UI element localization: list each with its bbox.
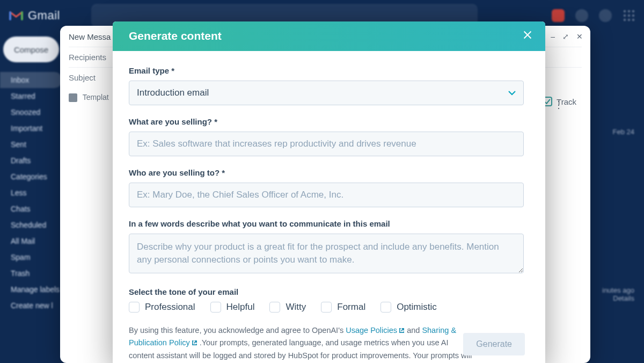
compose-minimize-button[interactable]: – (551, 32, 555, 41)
sidebar-item-manage-labels[interactable]: Manage labels (0, 281, 62, 297)
sidebar-item-create-label[interactable]: Create new l (0, 297, 62, 314)
generate-content-modal: Generate content Email type * Introducti… (113, 21, 545, 363)
generate-button[interactable]: Generate (463, 333, 525, 355)
help-icon[interactable] (575, 9, 588, 22)
modal-header: Generate content (113, 21, 545, 51)
compose-button-label: Compose (14, 45, 48, 54)
tone-option-label: Formal (337, 302, 365, 313)
tone-label: Select the tone of your email (129, 287, 524, 296)
describe-label: In a few words describe what you want to… (129, 219, 524, 228)
tone-option-optimistic[interactable]: Optimistic (380, 302, 437, 313)
audience-input[interactable] (129, 183, 524, 207)
selling-input[interactable] (129, 132, 524, 156)
tone-option-helpful[interactable]: Helpful (210, 302, 255, 313)
describe-textarea[interactable] (129, 234, 524, 273)
gmail-logo-icon (9, 10, 24, 21)
settings-gear-icon[interactable] (599, 9, 612, 22)
sidebar-item-trash[interactable]: Trash (0, 265, 62, 281)
tone-option-witty[interactable]: Witty (269, 302, 306, 313)
gmail-brand-text: Gmail (28, 9, 60, 23)
compose-expand-button[interactable]: ⤢ (562, 32, 569, 41)
mail-date: Feb 24 (596, 128, 634, 136)
tone-option-label: Professional (145, 302, 195, 313)
svg-rect-0 (9, 11, 11, 20)
sidebar-item-drafts[interactable]: Drafts (0, 153, 62, 169)
disclosure-text: By using this feature, you acknowledge a… (129, 324, 472, 363)
checkbox-icon (269, 302, 280, 313)
tone-option-professional[interactable]: Professional (129, 302, 195, 313)
compose-tool-templates[interactable]: Templat (69, 93, 109, 102)
external-link-icon (192, 337, 197, 349)
sidebar-item-categories[interactable]: Categories (0, 169, 62, 185)
sidebar-item-starred[interactable]: Starred (0, 88, 62, 104)
checkbox-icon (321, 302, 332, 313)
external-link-icon (399, 325, 405, 337)
compose-more-menu[interactable]: ⋮ (554, 99, 565, 111)
activity-details-link[interactable]: Details (613, 294, 634, 302)
checkbox-icon (210, 302, 221, 313)
checkbox-icon (380, 302, 391, 313)
checkbox-icon (129, 302, 140, 313)
svg-rect-1 (21, 11, 23, 20)
apps-grid-icon[interactable] (623, 9, 635, 22)
email-type-label: Email type * (129, 66, 524, 75)
sidebar-item-sent[interactable]: Sent (0, 136, 62, 153)
sidebar-item-chats[interactable]: Chats (0, 201, 62, 217)
modal-title: Generate content (129, 30, 222, 42)
sidebar-item-scheduled[interactable]: Scheduled (0, 217, 62, 233)
email-type-value: Introduction email (137, 88, 209, 98)
sidebar-item-spam[interactable]: Spam (0, 249, 62, 265)
tone-option-label: Helpful (226, 302, 255, 313)
selling-label: What are you selling? * (129, 117, 524, 126)
gmail-brand: Gmail (9, 9, 60, 23)
email-type-select[interactable]: Introduction email (129, 81, 524, 105)
compose-close-button[interactable]: ✕ (576, 32, 583, 41)
usage-policies-link[interactable]: Usage Policies (346, 326, 405, 335)
sidebar-item-important[interactable]: Important (0, 120, 62, 136)
right-edge-info: Feb 24 inutes ago Details (596, 31, 644, 363)
close-icon (522, 29, 533, 41)
tone-option-formal[interactable]: Formal (321, 302, 365, 313)
tone-option-label: Optimistic (397, 302, 437, 313)
sidebar-item-less[interactable]: Less (0, 185, 62, 201)
modal-close-button[interactable] (522, 29, 533, 43)
sidebar-item-inbox[interactable]: Inbox (0, 72, 62, 88)
sidebar-item-all-mail[interactable]: All Mail (0, 233, 62, 249)
tone-option-label: Witty (286, 302, 306, 313)
chevron-down-icon (508, 88, 516, 98)
notifications-badge-icon[interactable] (552, 9, 565, 22)
sidebar-item-snoozed[interactable]: Snoozed (0, 104, 62, 120)
gmail-sidebar: Compose Inbox Starred Snoozed Important … (0, 31, 62, 363)
compose-button[interactable]: Compose (3, 37, 59, 62)
audience-label: Who are you selling to? * (129, 168, 524, 177)
generate-button-label: Generate (476, 339, 512, 349)
activity-ago: inutes ago (602, 286, 634, 294)
templates-icon (69, 93, 77, 102)
